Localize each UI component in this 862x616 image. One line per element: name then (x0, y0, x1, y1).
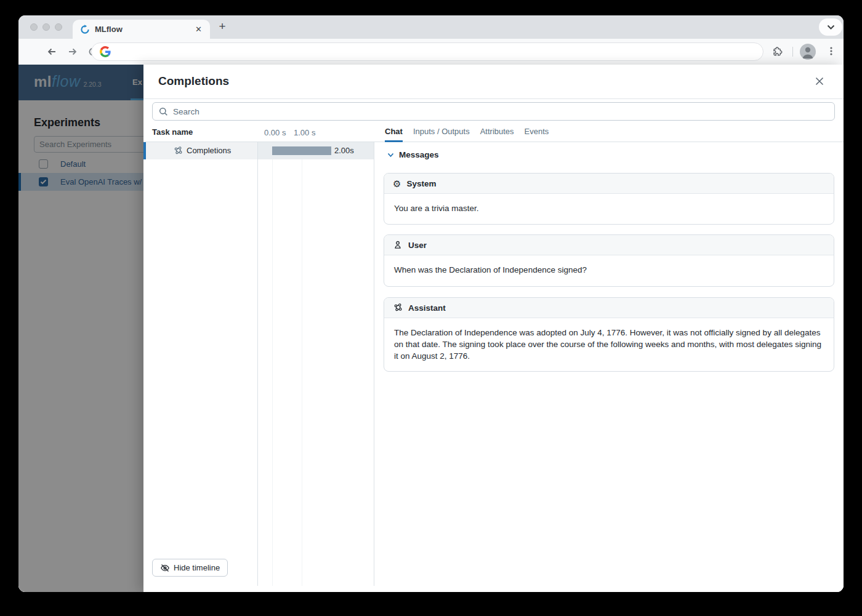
close-window-button[interactable] (30, 23, 38, 31)
model-icon (393, 303, 403, 313)
gear-icon: ⚙ (393, 179, 401, 188)
message-card-assistant: Assistant The Declaration of Independenc… (384, 297, 834, 372)
message-card-user: User When was the Declaration of Indepen… (384, 234, 834, 287)
hide-timeline-label: Hide timeline (174, 563, 220, 572)
message-card-header: ⚙ System (384, 174, 834, 194)
task-row-completions[interactable]: Completions 2.00s (143, 142, 374, 159)
modal-backdrop[interactable] (18, 65, 143, 592)
timeline-tick-0: 0.00 s (264, 128, 286, 137)
user-icon (393, 240, 403, 250)
extensions-icon[interactable] (771, 46, 783, 58)
trace-search-bar[interactable] (152, 102, 835, 121)
message-content: The Declaration of Independence was adop… (384, 318, 834, 370)
minimize-window-button[interactable] (42, 23, 50, 31)
mlflow-favicon-icon (80, 25, 90, 34)
browser-tab-mlflow[interactable]: MLflow ✕ (73, 20, 210, 39)
messages-section-toggle[interactable]: Messages (387, 150, 439, 159)
tasklist-timeline-divider (257, 142, 258, 586)
search-icon (159, 107, 168, 116)
browser-toolbar (18, 39, 844, 65)
page-content: mlflow2.20.3 Ex Experiments Default Eval… (18, 65, 844, 592)
message-card-system: ⚙ System You are a trivia master. (384, 173, 834, 225)
mlflow-background: mlflow2.20.3 Ex Experiments Default Eval… (18, 65, 143, 592)
task-name[interactable]: Completions (187, 142, 231, 159)
chevron-down-icon (827, 25, 835, 30)
modal-title: Completions (158, 74, 229, 88)
detail-pane: Chat Inputs / Outputs Attributes Events … (374, 123, 844, 592)
browser-window: MLflow ✕ + (18, 15, 844, 592)
message-card-header: User (384, 235, 834, 255)
detail-tabs: Chat Inputs / Outputs Attributes Events (374, 123, 844, 142)
trace-details-modal: Completions Task name 0.00 s 1.00 s (143, 65, 844, 592)
message-role: Assistant (408, 303, 446, 313)
maximize-window-button[interactable] (55, 23, 62, 31)
tab-strip: MLflow ✕ + (18, 15, 844, 39)
browser-menu-icon[interactable] (826, 46, 837, 57)
address-bar[interactable] (91, 42, 763, 61)
url-input[interactable] (117, 47, 763, 57)
trace-search-input[interactable] (173, 107, 834, 116)
tab-close-icon[interactable]: ✕ (193, 25, 204, 34)
timeline-gridline-1s (302, 142, 302, 586)
tab-inputs-outputs[interactable]: Inputs / Outputs (413, 123, 470, 142)
hide-timeline-button[interactable]: Hide timeline (152, 559, 228, 577)
google-logo-icon (100, 46, 111, 57)
toolbar-separator (792, 47, 793, 57)
tab-search-button[interactable] (819, 18, 842, 36)
profile-avatar[interactable] (800, 44, 816, 60)
forward-button[interactable] (66, 46, 79, 58)
trace-main: Task name 0.00 s 1.00 s (143, 123, 844, 592)
new-tab-button[interactable]: + (214, 18, 230, 34)
message-card-header: Assistant (384, 298, 834, 318)
model-icon (173, 146, 183, 156)
modal-header: Completions (143, 65, 844, 99)
timeline-gridline-0s (272, 142, 273, 586)
chevron-down-icon (387, 153, 394, 158)
task-name-column-header: Task name (152, 127, 193, 137)
message-content: You are a trivia master. (384, 194, 834, 223)
task-duration-label: 2.00s (334, 142, 354, 159)
close-modal-button[interactable] (814, 76, 826, 88)
tab-title: MLflow (95, 25, 193, 34)
tab-chat[interactable]: Chat (385, 123, 403, 142)
message-role: System (406, 179, 436, 188)
eye-off-icon (160, 563, 170, 573)
timeline-tick-1: 1.00 s (294, 128, 315, 137)
task-duration-bar[interactable] (272, 146, 331, 155)
message-content: When was the Declaration of Independence… (384, 255, 834, 284)
back-button[interactable] (46, 46, 58, 58)
message-role: User (408, 241, 427, 250)
tab-attributes[interactable]: Attributes (480, 123, 514, 142)
tab-events[interactable]: Events (525, 123, 549, 142)
messages-heading: Messages (399, 150, 439, 159)
